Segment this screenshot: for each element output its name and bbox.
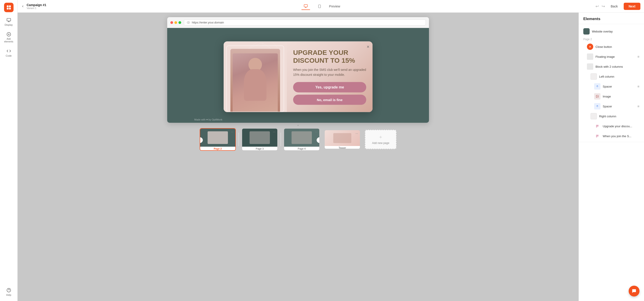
- right-panel: Elements Website overlay Page 2 Close bu…: [578, 13, 644, 301]
- svg-rect-4: [7, 18, 10, 21]
- redo-button[interactable]: ↪: [602, 4, 605, 9]
- page-dots-2[interactable]: ···: [231, 130, 234, 134]
- floating-image-icon: [587, 54, 593, 60]
- campaign-subtitle: Variant 1: [27, 7, 46, 10]
- sidebar-label-help: Help: [6, 294, 11, 296]
- plus-circle-icon: [6, 32, 11, 37]
- page-divider-1: [238, 133, 239, 146]
- left-column-label: Left column: [599, 75, 614, 78]
- page-dots-4[interactable]: ···: [315, 130, 318, 134]
- page-thumb-2[interactable]: ··· Page 2 ‹: [200, 128, 236, 151]
- element-spacer-1[interactable]: Spacer 🖥: [579, 82, 644, 92]
- svg-point-17: [188, 22, 189, 23]
- monitor-icon: [6, 18, 11, 22]
- block-2col-icon: [587, 64, 593, 70]
- chevron-down-icon: ⌄: [297, 123, 300, 126]
- page-2-section-label: Page 2: [579, 36, 644, 42]
- element-floating-image[interactable]: Floating image 🖥: [579, 52, 644, 62]
- svg-rect-2: [7, 8, 8, 10]
- page-4-label: Page 4: [284, 147, 319, 151]
- browser-dots: [170, 21, 181, 24]
- close-popup-button[interactable]: ×: [367, 44, 370, 50]
- browser-bar: https://enter.your.domain: [167, 17, 429, 28]
- text-upgrade-icon: [594, 123, 600, 129]
- close-button-icon: [587, 44, 593, 50]
- page-thumb-3[interactable]: ··· Page 3: [242, 128, 278, 151]
- campaign-info: Campaign #1 Variant 1: [27, 3, 46, 10]
- page-thumb-teaser[interactable]: ··· Teaser: [324, 130, 360, 149]
- popup-footer: Made with ♥ by OptiMonk: [194, 118, 222, 121]
- element-image[interactable]: Image: [579, 92, 644, 101]
- svg-rect-3: [9, 8, 11, 10]
- dot-green: [178, 21, 181, 24]
- website-overlay-label: Website overlay: [592, 30, 613, 33]
- campaign-title: Campaign #1: [27, 3, 46, 7]
- popup-headline: UPGRADE YOUR DISCOUNT TO 15%: [293, 49, 366, 64]
- desktop-view-button[interactable]: [302, 3, 310, 10]
- page-thumb-4[interactable]: ··· Page 4 ›: [284, 128, 320, 151]
- svg-rect-15: [318, 5, 320, 8]
- element-text-upgrade[interactable]: Upgrade your discou...: [579, 121, 644, 131]
- browser-window: https://enter.your.domain: [167, 17, 429, 123]
- sidebar-label-display: Display: [4, 24, 13, 26]
- page-dots-teaser[interactable]: ···: [356, 132, 358, 135]
- dot-red: [170, 21, 173, 24]
- help-icon: [6, 288, 11, 293]
- spacer-1-label: Spacer: [603, 85, 612, 88]
- add-page-button[interactable]: + Add new page: [365, 130, 396, 149]
- element-website-overlay[interactable]: Website overlay: [579, 26, 644, 36]
- website-overlay-icon: [583, 28, 590, 34]
- floating-image-label: Floating image: [596, 55, 615, 58]
- page-2-label: Page 2: [200, 147, 235, 151]
- right-column-label: Right column: [599, 114, 616, 118]
- sidebar-item-add[interactable]: Add elements: [1, 30, 16, 45]
- add-page-label: Add new page: [372, 142, 390, 145]
- popup-primary-button[interactable]: Yes, upgrade me: [293, 82, 366, 92]
- right-column-icon: [590, 113, 597, 119]
- page-divider-2: [280, 133, 281, 146]
- sidebar-label-add: Add elements: [3, 38, 15, 43]
- app-icon[interactable]: [4, 3, 14, 12]
- svg-point-23: [596, 96, 597, 96]
- element-block-2col[interactable]: Block with 2 columns: [579, 62, 644, 72]
- address-text: https://enter.your.domain: [192, 21, 224, 24]
- element-spacer-2[interactable]: Spacer 🖥: [579, 101, 644, 111]
- spacer-1-icon: [594, 83, 600, 90]
- sidebar-item-code[interactable]: Code: [1, 47, 16, 59]
- main-area: https://enter.your.domain: [18, 13, 578, 301]
- block-2col-label: Block with 2 columns: [596, 65, 623, 68]
- back-nav-button[interactable]: [21, 5, 24, 8]
- sidebar-item-help[interactable]: Help: [1, 286, 16, 298]
- device-icon-spacer1: 🖥: [637, 85, 640, 88]
- elements-list: Website overlay Page 2 Close button Floa…: [579, 24, 644, 145]
- popup-container: × UPGRADE YOUR DISCOUNT TO 15% When you …: [224, 42, 372, 112]
- close-button-label: Close button: [596, 45, 612, 48]
- chat-button[interactable]: [629, 286, 640, 296]
- element-close-button[interactable]: Close button: [579, 42, 644, 52]
- teaser-area: ··· Teaser: [324, 130, 360, 149]
- spacer-2-icon: [594, 103, 600, 110]
- mobile-view-button[interactable]: [316, 3, 324, 10]
- element-right-column[interactable]: Right column: [579, 111, 644, 121]
- undo-button[interactable]: ↩: [596, 4, 599, 9]
- sidebar-item-display[interactable]: Display: [1, 16, 16, 28]
- code-icon: [6, 48, 11, 54]
- left-sidebar: Display Add elements Code Help: [0, 0, 18, 301]
- svg-rect-1: [9, 6, 11, 7]
- next-button[interactable]: Next: [624, 3, 640, 10]
- page-3-label: Page 3: [242, 147, 277, 151]
- element-left-column[interactable]: Left column: [579, 72, 644, 82]
- dot-yellow: [174, 21, 177, 24]
- image-element-label: Image: [603, 95, 611, 98]
- address-bar[interactable]: https://enter.your.domain: [184, 20, 426, 26]
- popup-secondary-button[interactable]: No, email is fine: [293, 95, 366, 105]
- svg-rect-0: [7, 6, 8, 7]
- sidebar-label-code: Code: [6, 54, 12, 57]
- top-bar-left: Campaign #1 Variant 1: [21, 3, 46, 10]
- top-bar: Campaign #1 Variant 1 Preview ↩ ↪ Back N…: [18, 0, 644, 13]
- element-text-join[interactable]: When you join the S...: [579, 131, 644, 141]
- text-upgrade-label: Upgrade your discou...: [603, 124, 632, 128]
- pages-bar: ··· Page 2 ‹ ··· Page 3 ··· Page 4: [194, 128, 402, 151]
- back-button[interactable]: Back: [608, 3, 621, 10]
- page-dots-3[interactable]: ···: [273, 130, 276, 134]
